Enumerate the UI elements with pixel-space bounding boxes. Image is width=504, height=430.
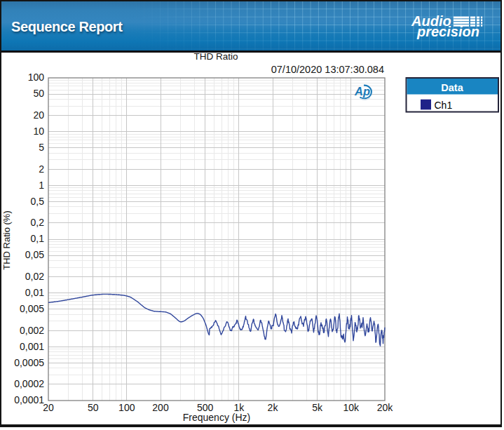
svg-text:Ap: Ap (354, 85, 370, 98)
svg-text:Ch1: Ch1 (435, 100, 453, 111)
svg-text:0,002: 0,002 (20, 325, 44, 336)
svg-text:5: 5 (39, 142, 44, 153)
svg-text:0,5: 0,5 (31, 196, 45, 207)
svg-text:0,01: 0,01 (25, 287, 44, 298)
svg-text:THD Ratio: THD Ratio (193, 51, 238, 62)
svg-text:2k: 2k (268, 402, 279, 413)
svg-text:0,001: 0,001 (20, 341, 44, 352)
svg-text:Frequency (Hz): Frequency (Hz) (183, 412, 250, 423)
svg-text:0,05: 0,05 (25, 249, 44, 260)
svg-text:07/10/2020 13:07:30.084: 07/10/2020 13:07:30.084 (271, 64, 384, 75)
svg-text:50: 50 (88, 402, 99, 413)
svg-text:100: 100 (28, 72, 45, 83)
svg-text:0,0001: 0,0001 (14, 394, 44, 405)
svg-text:0,005: 0,005 (20, 303, 44, 314)
svg-text:0,02: 0,02 (25, 271, 44, 282)
svg-text:THD Ratio (%): THD Ratio (%) (1, 210, 12, 270)
svg-text:1: 1 (39, 180, 44, 191)
svg-text:10: 10 (33, 126, 44, 137)
svg-text:20: 20 (43, 402, 54, 413)
svg-text:10k: 10k (343, 402, 360, 413)
svg-text:Data: Data (441, 82, 463, 93)
svg-text:5k: 5k (312, 402, 323, 413)
svg-text:0,2: 0,2 (31, 217, 45, 228)
svg-text:50: 50 (33, 88, 44, 99)
svg-text:2: 2 (39, 163, 44, 175)
svg-text:20: 20 (33, 109, 44, 121)
svg-text:20k: 20k (377, 402, 394, 413)
svg-text:200: 200 (152, 402, 169, 413)
svg-text:100: 100 (118, 402, 135, 413)
svg-text:0,0002: 0,0002 (14, 378, 44, 389)
svg-text:0,1: 0,1 (31, 233, 45, 244)
svg-text:0,0005: 0,0005 (14, 357, 44, 368)
